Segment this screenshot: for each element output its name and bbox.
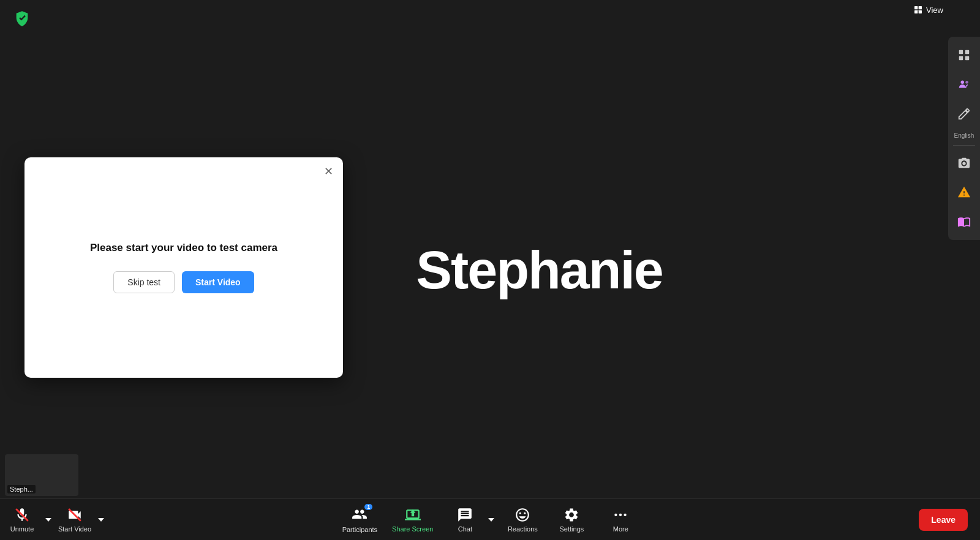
sidebar-zoomapp-btn[interactable] <box>951 208 978 235</box>
main-video-area: View <box>0 0 980 540</box>
skip-test-button[interactable]: Skip test <box>113 271 175 293</box>
svg-rect-5 <box>965 50 969 54</box>
sidebar-divider <box>953 145 975 146</box>
start-video-arrow[interactable] <box>97 503 105 537</box>
camera-test-modal: ✕ Please start your video to test camera… <box>24 157 343 378</box>
unmute-group: Unmute <box>0 503 53 537</box>
modal-buttons: Skip test Start Video <box>113 271 254 293</box>
start-video-button[interactable]: Start Video <box>182 271 254 293</box>
participant-name: Stephanie <box>416 239 663 301</box>
sidebar-participants-btn[interactable] <box>951 71 978 98</box>
toolbar-right: Leave <box>919 509 968 531</box>
thumbnail-label: Steph... <box>7 485 36 493</box>
toolbar-center: 1 Participants Share Screen Chat <box>337 503 643 537</box>
modal-overlay: ✕ Please start your video to test camera… <box>0 0 980 498</box>
chat-arrow[interactable] <box>487 503 496 537</box>
chat-label: Chat <box>458 525 472 533</box>
reactions-button[interactable]: Reactions <box>500 503 545 537</box>
settings-label: Settings <box>560 525 584 533</box>
share-screen-button[interactable]: Share Screen <box>387 503 438 537</box>
unmute-arrow[interactable] <box>44 503 53 537</box>
participants-label: Participants <box>342 526 377 533</box>
modal-title: Please start your video to test camera <box>90 242 277 254</box>
chat-button[interactable]: Chat <box>443 503 487 537</box>
more-button[interactable]: More <box>598 503 643 537</box>
start-video-toolbar-label: Start Video <box>58 525 91 533</box>
shield-icon <box>12 9 32 28</box>
svg-rect-7 <box>965 56 969 60</box>
sidebar-warning-btn[interactable] <box>951 179 978 206</box>
start-video-toolbar-button[interactable]: Start Video <box>53 503 97 537</box>
share-screen-label: Share Screen <box>392 525 433 533</box>
svg-rect-0 <box>914 6 918 9</box>
svg-rect-6 <box>959 56 963 60</box>
view-button[interactable]: View <box>913 5 943 15</box>
start-video-group: Start Video <box>53 503 105 537</box>
unmute-button[interactable]: Unmute <box>0 503 44 537</box>
view-label: View <box>926 6 943 15</box>
thumbnail-item: Steph... <box>5 454 78 496</box>
chat-group: Chat <box>443 503 496 537</box>
svg-point-14 <box>619 513 622 516</box>
participants-count: 1 <box>364 504 372 510</box>
svg-rect-3 <box>919 10 922 13</box>
sidebar-annotate-btn[interactable] <box>951 100 978 127</box>
modal-close-button[interactable]: ✕ <box>324 166 333 177</box>
svg-rect-4 <box>959 50 963 54</box>
sidebar-camera-btn[interactable] <box>951 149 978 176</box>
unmute-label: Unmute <box>10 525 34 533</box>
more-label: More <box>613 525 628 533</box>
svg-point-13 <box>615 513 617 516</box>
participants-button[interactable]: 1 Participants <box>337 503 382 537</box>
bottom-toolbar: Unmute Start Video <box>0 498 980 540</box>
svg-rect-1 <box>919 6 922 9</box>
leave-button[interactable]: Leave <box>919 509 968 531</box>
settings-button[interactable]: Settings <box>549 503 594 537</box>
reactions-label: Reactions <box>508 525 538 533</box>
svg-rect-2 <box>914 10 918 13</box>
sidebar-grid-btn[interactable] <box>951 42 978 69</box>
toolbar-left: Unmute Start Video <box>0 503 105 537</box>
thumbnail-strip: Steph... <box>0 452 86 498</box>
svg-point-8 <box>961 81 965 84</box>
right-sidebar: English <box>948 37 980 240</box>
svg-point-9 <box>965 81 968 84</box>
sidebar-language-btn[interactable]: English <box>951 130 978 141</box>
svg-point-15 <box>624 513 627 516</box>
